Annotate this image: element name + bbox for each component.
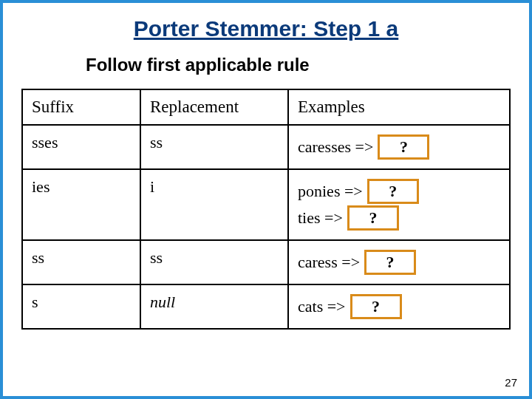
example-text: ties => — [298, 208, 343, 228]
cell-suffix: ies — [22, 169, 140, 240]
example-text: caress => — [298, 253, 360, 272]
example-line: ties => ? — [298, 205, 500, 231]
example-line: caresses => ? — [298, 134, 500, 160]
header-suffix: Suffix — [22, 89, 140, 125]
table-header-row: Suffix Replacement Examples — [22, 89, 510, 125]
example-text: cats => — [298, 297, 346, 316]
example-line: caress => ? — [298, 250, 500, 275]
example-line: ponies => ? — [298, 179, 500, 204]
cell-suffix: sses — [22, 125, 140, 169]
answer-mask-box: ? — [350, 294, 402, 319]
table-row: s null cats => ? — [22, 284, 510, 329]
cell-examples: ponies => ? ties => ? — [288, 169, 510, 240]
cell-examples: caress => ? — [288, 240, 510, 284]
example-line: cats => ? — [298, 294, 500, 319]
header-examples: Examples — [288, 89, 510, 125]
table-row: ies i ponies => ? ties => ? — [22, 169, 510, 240]
subtitle: Follow first applicable rule — [86, 55, 513, 75]
table-row: ss ss caress => ? — [22, 240, 510, 284]
cell-replacement: ss — [140, 125, 288, 169]
answer-mask-box: ? — [347, 205, 399, 231]
cell-suffix: s — [22, 284, 140, 329]
answer-mask-box: ? — [364, 250, 416, 275]
example-text: ponies => — [298, 182, 363, 201]
header-replacement: Replacement — [140, 89, 288, 125]
example-text: caresses => — [298, 137, 373, 157]
slide: Porter Stemmer: Step 1 a Follow first ap… — [0, 0, 532, 399]
page-number: 27 — [505, 376, 517, 389]
cell-examples: cats => ? — [288, 284, 510, 329]
cell-suffix: ss — [22, 240, 140, 284]
rules-table: Suffix Replacement Examples sses ss care… — [21, 89, 511, 330]
answer-mask-box: ? — [378, 134, 429, 160]
cell-replacement: i — [140, 169, 288, 240]
cell-examples: caresses => ? — [288, 125, 510, 169]
cell-replacement: ss — [140, 240, 288, 284]
page-title: Porter Stemmer: Step 1 a — [19, 16, 513, 41]
cell-replacement: null — [140, 284, 288, 329]
table-row: sses ss caresses => ? — [22, 125, 510, 169]
answer-mask-box: ? — [367, 179, 419, 204]
